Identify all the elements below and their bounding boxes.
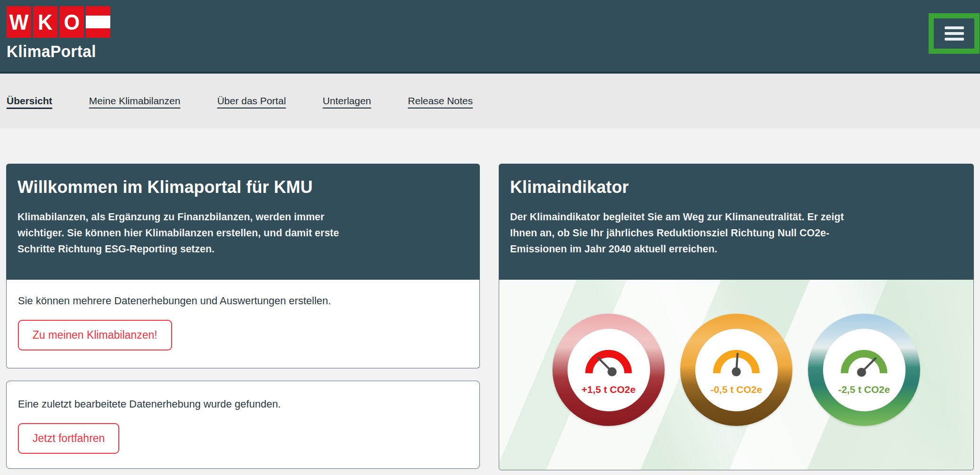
welcome-column: Willkommen im Klimaportal für KMU Klimab…	[6, 164, 480, 469]
gauge-below-target: -2,5 t CO2e	[808, 314, 920, 426]
main-content: Willkommen im Klimaportal für KMU Klimab…	[0, 128, 980, 470]
indicator-title: Klimaindikator	[510, 177, 949, 197]
indicator-description: Der Klimaindikator begleitet Sie am Weg …	[510, 209, 845, 257]
gauge-above-target: +1,5 t CO2e	[552, 314, 665, 426]
logo-tile-w: W	[7, 6, 31, 38]
logo-tile-k: K	[33, 6, 58, 38]
app-header: W K O KlimaPortal	[0, 0, 980, 74]
nav-link-unterlagen[interactable]: Unterlagen	[323, 95, 371, 107]
gauge-face: -0,5 t CO2e	[695, 329, 778, 411]
menu-button[interactable]	[929, 13, 980, 54]
resume-card: Eine zuletzt bearbeitete Datenerhebung w…	[6, 381, 480, 469]
wko-logo-tiles: W K O	[7, 6, 110, 38]
continue-button[interactable]: Jetzt fortfahren	[18, 423, 119, 454]
logo-tile-o: O	[59, 6, 84, 38]
my-climate-balances-button[interactable]: Zu meinen Klimabilanzen!	[18, 320, 172, 350]
gauge-row: +1,5 t CO2e -0,5 t CO2e	[499, 280, 973, 426]
portal-title: KlimaPortal	[7, 42, 105, 61]
main-nav: Übersicht Meine Klimabilanzen Über das P…	[0, 74, 980, 128]
austria-flag-icon	[86, 6, 110, 38]
gauge-face: -2,5 t CO2e	[823, 329, 906, 411]
indicator-card: Klimaindikator Der Klimaindikator beglei…	[499, 164, 974, 470]
speedometer-red-icon	[583, 347, 634, 378]
indicator-column: Klimaindikator Der Klimaindikator beglei…	[499, 164, 974, 470]
welcome-card: Willkommen im Klimaportal für KMU Klimab…	[6, 164, 480, 368]
indicator-card-header: Klimaindikator Der Klimaindikator beglei…	[499, 164, 974, 280]
gauge-value: -0,5 t CO2e	[710, 384, 762, 395]
gauge-value: -2,5 t CO2e	[838, 384, 890, 395]
resume-text: Eine zuletzt bearbeitete Datenerhebung w…	[18, 398, 468, 410]
nav-link-meine-klimabilanzen[interactable]: Meine Klimabilanzen	[89, 95, 181, 107]
speedometer-orange-icon	[711, 347, 762, 378]
hamburger-menu-icon	[945, 26, 964, 41]
wko-logo: W K O KlimaPortal	[7, 6, 110, 61]
welcome-title: Willkommen im Klimaportal für KMU	[17, 177, 455, 197]
gauge-near-target: -0,5 t CO2e	[680, 314, 792, 426]
nav-link-ueber-das-portal[interactable]: Über das Portal	[217, 95, 286, 107]
speedometer-green-icon	[839, 347, 889, 378]
nav-link-uebersicht[interactable]: Übersicht	[7, 95, 52, 107]
welcome-description: Klimabilanzen, als Ergänzung zu Finanzbi…	[17, 209, 352, 257]
nav-link-release-notes[interactable]: Release Notes	[408, 95, 473, 107]
gauge-face: +1,5 t CO2e	[568, 329, 650, 411]
welcome-info-text: Sie können mehrere Datenerhebungen und A…	[18, 295, 468, 307]
welcome-card-body: Sie können mehrere Datenerhebungen und A…	[6, 280, 480, 368]
welcome-card-header: Willkommen im Klimaportal für KMU Klimab…	[6, 164, 480, 280]
climate-indicator-illustration: +1,5 t CO2e -0,5 t CO2e	[499, 280, 974, 470]
gauge-value: +1,5 t CO2e	[582, 384, 636, 395]
